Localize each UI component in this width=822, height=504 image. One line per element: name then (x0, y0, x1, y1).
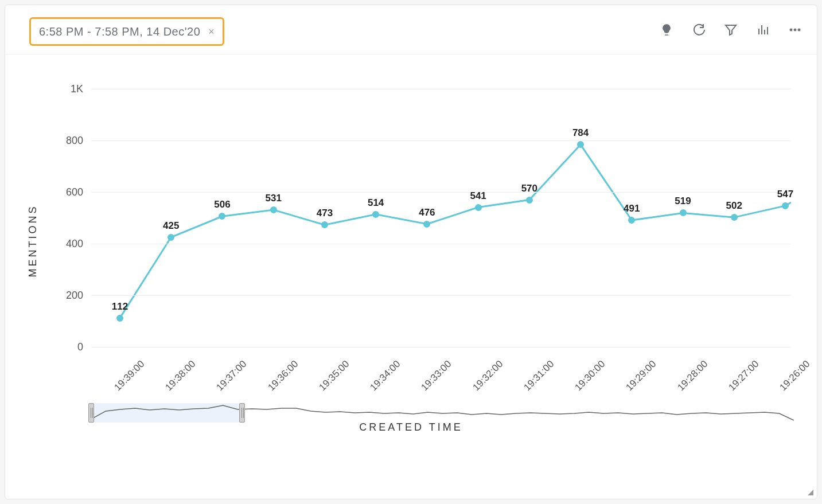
plot-region[interactable]: 02004006008001K1124255065314735144765415… (91, 89, 791, 347)
svg-point-0 (790, 29, 792, 31)
x-tick-label: 19:26:00 (777, 358, 812, 393)
toolbar (659, 5, 803, 54)
data-point-label: 473 (317, 208, 333, 219)
gridline (91, 89, 791, 89)
gridline (91, 347, 791, 347)
data-point[interactable] (680, 209, 687, 216)
data-point[interactable] (372, 211, 379, 218)
x-tick-label: 19:32:00 (470, 358, 505, 393)
bar-chart-icon (756, 23, 770, 37)
date-range-text: 6:58 PM - 7:58 PM, 14 Dec'20 (39, 25, 200, 38)
filter-button[interactable] (723, 22, 739, 38)
data-point[interactable] (628, 217, 635, 224)
y-tick-label: 400 (66, 238, 83, 250)
y-tick-label: 200 (66, 290, 83, 302)
data-point-label: 784 (572, 127, 589, 139)
chart-options-button[interactable] (755, 22, 771, 38)
data-point-label: 531 (266, 193, 282, 204)
y-axis-label: MENTIONS (27, 204, 39, 277)
gridline (91, 295, 791, 296)
y-tick-label: 800 (66, 135, 83, 147)
data-point[interactable] (782, 202, 789, 209)
gridline (91, 140, 791, 141)
y-tick-label: 600 (66, 186, 83, 198)
refresh-button[interactable] (691, 22, 707, 38)
x-tick-label: 19:35:00 (317, 358, 352, 393)
data-point[interactable] (167, 234, 174, 241)
refresh-icon (692, 23, 706, 37)
data-point[interactable] (475, 204, 482, 211)
lightbulb-icon (660, 23, 673, 37)
x-tick-label: 19:38:00 (163, 358, 198, 393)
data-point-label: 425 (163, 220, 179, 232)
date-range-chip[interactable]: 6:58 PM - 7:58 PM, 14 Dec'20 × (29, 17, 224, 46)
data-point-label: 506 (214, 199, 230, 210)
x-tick-label: 19:30:00 (572, 358, 607, 393)
more-icon (788, 23, 802, 37)
x-tick-label: 19:34:00 (368, 358, 403, 393)
x-tick-label: 19:28:00 (675, 358, 710, 393)
x-tick-label: 19:36:00 (266, 358, 301, 393)
data-point[interactable] (526, 197, 533, 204)
scrubber-handle-left[interactable] (88, 403, 94, 423)
data-point-label: 112 (112, 301, 128, 312)
data-point-label: 514 (368, 197, 384, 209)
line-series (91, 89, 791, 347)
data-point[interactable] (270, 206, 277, 213)
x-tick-label: 19:39:00 (112, 358, 147, 393)
chart-area: MENTIONS 02004006008001K1124255065314735… (5, 54, 817, 421)
data-point-label: 502 (726, 200, 742, 212)
scrubber-handle-right[interactable] (239, 403, 245, 423)
data-point-label: 519 (675, 196, 691, 207)
scrubber-svg (91, 401, 794, 431)
data-point-label: 541 (470, 190, 486, 202)
analytics-card: 6:58 PM - 7:58 PM, 14 Dec'20 × MENTIONS (5, 5, 817, 499)
close-icon[interactable]: × (208, 26, 215, 38)
data-point[interactable] (219, 213, 225, 220)
data-point-label: 547 (777, 189, 793, 200)
x-tick-label: 19:27:00 (726, 358, 761, 393)
card-header: 6:58 PM - 7:58 PM, 14 Dec'20 × (5, 5, 817, 54)
x-tick-label: 19:37:00 (215, 358, 250, 393)
x-tick-label: 19:29:00 (624, 358, 659, 393)
data-point[interactable] (116, 315, 123, 322)
svg-point-1 (794, 29, 796, 31)
data-point[interactable] (321, 221, 328, 228)
svg-point-2 (798, 29, 800, 31)
data-point[interactable] (423, 221, 430, 228)
gridline (91, 192, 791, 193)
data-point-label: 476 (419, 207, 435, 218)
data-point[interactable] (731, 214, 738, 221)
insights-button[interactable] (659, 22, 675, 38)
data-point[interactable] (577, 141, 584, 148)
range-scrubber[interactable] (91, 401, 794, 431)
resize-corner-icon[interactable] (808, 490, 813, 495)
x-tick-label: 19:33:00 (419, 358, 454, 393)
y-tick-label: 1K (71, 83, 83, 95)
data-point-label: 491 (624, 203, 640, 214)
y-tick-label: 0 (77, 341, 83, 353)
gridline (91, 244, 791, 244)
filter-icon (724, 23, 738, 37)
data-point-label: 570 (521, 183, 537, 194)
more-button[interactable] (787, 22, 803, 38)
x-tick-label: 19:31:00 (521, 358, 556, 393)
